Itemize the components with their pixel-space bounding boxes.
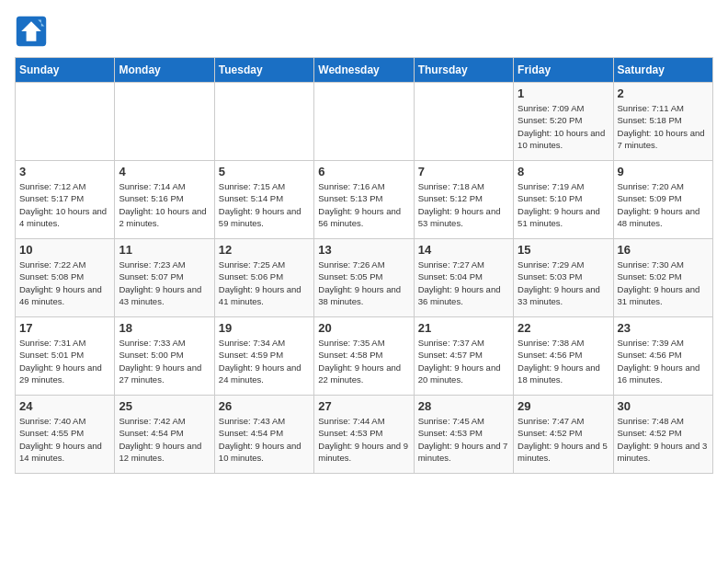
day-number: 8: [518, 165, 609, 178]
day-number: 9: [618, 165, 709, 178]
day-number: 3: [19, 165, 110, 178]
logo: [15, 15, 51, 48]
calendar-body: 1Sunrise: 7:09 AM Sunset: 5:20 PM Daylig…: [16, 83, 713, 474]
day-number: 7: [418, 165, 509, 178]
page-header: [15, 15, 713, 48]
day-number: 15: [518, 243, 609, 257]
calendar-cell: 2Sunrise: 7:11 AM Sunset: 5:18 PM Daylig…: [613, 83, 712, 161]
calendar-cell: 8Sunrise: 7:19 AM Sunset: 5:10 PM Daylig…: [514, 161, 613, 239]
calendar-cell: 22Sunrise: 7:38 AM Sunset: 4:56 PM Dayli…: [514, 317, 613, 396]
calendar-header-saturday: Saturday: [613, 58, 712, 83]
day-info: Sunrise: 7:34 AM Sunset: 4:59 PM Dayligh…: [219, 337, 310, 385]
calendar-cell: 23Sunrise: 7:39 AM Sunset: 4:56 PM Dayli…: [613, 317, 712, 396]
day-number: 17: [19, 321, 110, 335]
calendar-table: SundayMondayTuesdayWednesdayThursdayFrid…: [15, 57, 713, 474]
day-number: 22: [518, 321, 609, 335]
day-info: Sunrise: 7:37 AM Sunset: 4:57 PM Dayligh…: [418, 337, 509, 385]
logo-icon: [15, 15, 48, 48]
calendar-cell: 11Sunrise: 7:23 AM Sunset: 5:07 PM Dayli…: [115, 239, 214, 317]
day-info: Sunrise: 7:45 AM Sunset: 4:53 PM Dayligh…: [418, 415, 509, 464]
day-info: Sunrise: 7:40 AM Sunset: 4:55 PM Dayligh…: [19, 415, 110, 464]
day-info: Sunrise: 7:42 AM Sunset: 4:54 PM Dayligh…: [119, 415, 210, 464]
day-number: 26: [219, 399, 310, 413]
day-info: Sunrise: 7:22 AM Sunset: 5:08 PM Dayligh…: [19, 259, 110, 307]
calendar-header-row: SundayMondayTuesdayWednesdayThursdayFrid…: [16, 58, 713, 83]
calendar-week-row: 10Sunrise: 7:22 AM Sunset: 5:08 PM Dayli…: [16, 239, 713, 317]
calendar-cell: 26Sunrise: 7:43 AM Sunset: 4:54 PM Dayli…: [214, 396, 313, 474]
day-number: 27: [318, 399, 409, 413]
day-info: Sunrise: 7:43 AM Sunset: 4:54 PM Dayligh…: [219, 415, 310, 464]
calendar-cell: 30Sunrise: 7:48 AM Sunset: 4:52 PM Dayli…: [613, 396, 712, 474]
calendar-cell: 13Sunrise: 7:26 AM Sunset: 5:05 PM Dayli…: [314, 239, 414, 317]
day-info: Sunrise: 7:26 AM Sunset: 5:05 PM Dayligh…: [318, 259, 409, 307]
calendar-cell: 27Sunrise: 7:44 AM Sunset: 4:53 PM Dayli…: [314, 396, 414, 474]
day-info: Sunrise: 7:39 AM Sunset: 4:56 PM Dayligh…: [618, 337, 709, 385]
day-number: 19: [219, 321, 310, 335]
day-number: 16: [618, 243, 709, 257]
day-info: Sunrise: 7:18 AM Sunset: 5:12 PM Dayligh…: [418, 180, 509, 229]
day-number: 18: [119, 321, 210, 335]
day-info: Sunrise: 7:09 AM Sunset: 5:20 PM Dayligh…: [518, 102, 609, 151]
day-number: 1: [518, 86, 609, 100]
day-info: Sunrise: 7:27 AM Sunset: 5:04 PM Dayligh…: [418, 259, 509, 307]
calendar-header-sunday: Sunday: [16, 58, 115, 83]
calendar-cell: 29Sunrise: 7:47 AM Sunset: 4:52 PM Dayli…: [514, 396, 613, 474]
calendar-week-row: 3Sunrise: 7:12 AM Sunset: 5:17 PM Daylig…: [16, 161, 713, 239]
day-info: Sunrise: 7:35 AM Sunset: 4:58 PM Dayligh…: [318, 337, 409, 385]
day-info: Sunrise: 7:23 AM Sunset: 5:07 PM Dayligh…: [119, 259, 210, 307]
day-info: Sunrise: 7:20 AM Sunset: 5:09 PM Dayligh…: [618, 180, 709, 229]
calendar-cell: 3Sunrise: 7:12 AM Sunset: 5:17 PM Daylig…: [16, 161, 115, 239]
day-info: Sunrise: 7:30 AM Sunset: 5:02 PM Dayligh…: [618, 259, 709, 307]
day-info: Sunrise: 7:48 AM Sunset: 4:52 PM Dayligh…: [618, 415, 709, 464]
calendar-cell: 28Sunrise: 7:45 AM Sunset: 4:53 PM Dayli…: [414, 396, 513, 474]
calendar-cell: 4Sunrise: 7:14 AM Sunset: 5:16 PM Daylig…: [115, 161, 214, 239]
day-number: 11: [119, 243, 210, 257]
day-info: Sunrise: 7:12 AM Sunset: 5:17 PM Dayligh…: [19, 180, 110, 229]
day-number: 4: [119, 165, 210, 178]
day-info: Sunrise: 7:19 AM Sunset: 5:10 PM Dayligh…: [518, 180, 609, 229]
day-number: 6: [318, 165, 409, 178]
calendar-cell: 15Sunrise: 7:29 AM Sunset: 5:03 PM Dayli…: [514, 239, 613, 317]
day-info: Sunrise: 7:16 AM Sunset: 5:13 PM Dayligh…: [318, 180, 409, 229]
day-info: Sunrise: 7:33 AM Sunset: 5:00 PM Dayligh…: [119, 337, 210, 385]
day-info: Sunrise: 7:15 AM Sunset: 5:14 PM Dayligh…: [219, 180, 310, 229]
calendar-cell: [16, 83, 115, 161]
day-number: 29: [518, 399, 609, 413]
calendar-cell: [414, 83, 513, 161]
calendar-cell: [214, 83, 313, 161]
day-info: Sunrise: 7:44 AM Sunset: 4:53 PM Dayligh…: [318, 415, 409, 464]
day-info: Sunrise: 7:14 AM Sunset: 5:16 PM Dayligh…: [119, 180, 210, 229]
day-number: 21: [418, 321, 509, 335]
day-number: 2: [618, 86, 709, 100]
calendar-cell: 10Sunrise: 7:22 AM Sunset: 5:08 PM Dayli…: [16, 239, 115, 317]
day-number: 23: [618, 321, 709, 335]
day-number: 25: [119, 399, 210, 413]
calendar-header-friday: Friday: [514, 58, 613, 83]
day-number: 30: [618, 399, 709, 413]
calendar-cell: 17Sunrise: 7:31 AM Sunset: 5:01 PM Dayli…: [16, 317, 115, 396]
calendar-header-tuesday: Tuesday: [214, 58, 313, 83]
day-info: Sunrise: 7:47 AM Sunset: 4:52 PM Dayligh…: [518, 415, 609, 464]
day-info: Sunrise: 7:29 AM Sunset: 5:03 PM Dayligh…: [518, 259, 609, 307]
calendar-cell: 14Sunrise: 7:27 AM Sunset: 5:04 PM Dayli…: [414, 239, 513, 317]
calendar-cell: 19Sunrise: 7:34 AM Sunset: 4:59 PM Dayli…: [214, 317, 313, 396]
calendar-header-wednesday: Wednesday: [314, 58, 414, 83]
calendar-cell: 9Sunrise: 7:20 AM Sunset: 5:09 PM Daylig…: [613, 161, 712, 239]
day-number: 28: [418, 399, 509, 413]
calendar-cell: 20Sunrise: 7:35 AM Sunset: 4:58 PM Dayli…: [314, 317, 414, 396]
calendar-cell: 24Sunrise: 7:40 AM Sunset: 4:55 PM Dayli…: [16, 396, 115, 474]
calendar-week-row: 17Sunrise: 7:31 AM Sunset: 5:01 PM Dayli…: [16, 317, 713, 396]
day-info: Sunrise: 7:31 AM Sunset: 5:01 PM Dayligh…: [19, 337, 110, 385]
calendar-cell: 18Sunrise: 7:33 AM Sunset: 5:00 PM Dayli…: [115, 317, 214, 396]
day-number: 20: [318, 321, 409, 335]
day-info: Sunrise: 7:38 AM Sunset: 4:56 PM Dayligh…: [518, 337, 609, 385]
calendar-cell: 6Sunrise: 7:16 AM Sunset: 5:13 PM Daylig…: [314, 161, 414, 239]
day-number: 12: [219, 243, 310, 257]
day-number: 24: [19, 399, 110, 413]
calendar-cell: 16Sunrise: 7:30 AM Sunset: 5:02 PM Dayli…: [613, 239, 712, 317]
day-number: 13: [318, 243, 409, 257]
calendar-cell: 5Sunrise: 7:15 AM Sunset: 5:14 PM Daylig…: [214, 161, 313, 239]
calendar-cell: 7Sunrise: 7:18 AM Sunset: 5:12 PM Daylig…: [414, 161, 513, 239]
calendar-cell: 25Sunrise: 7:42 AM Sunset: 4:54 PM Dayli…: [115, 396, 214, 474]
day-number: 10: [19, 243, 110, 257]
